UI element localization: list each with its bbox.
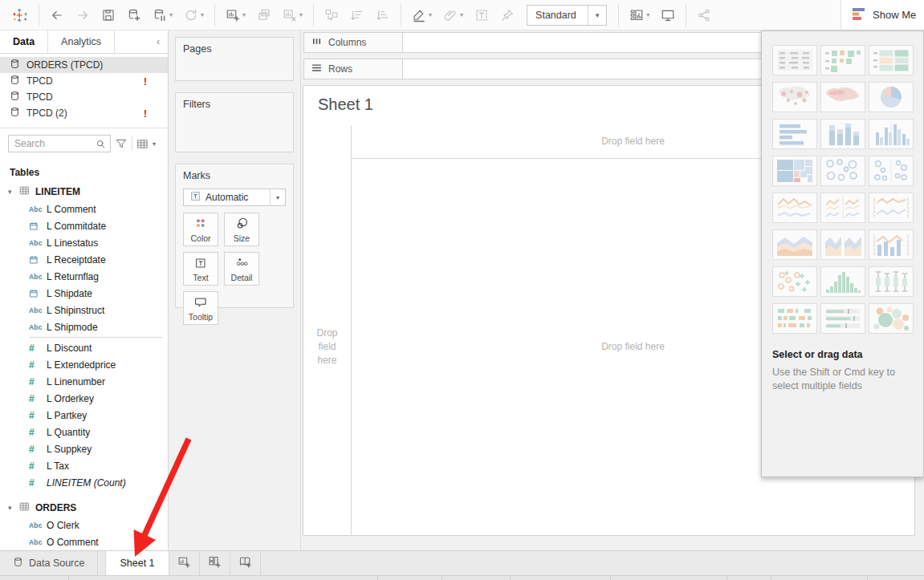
collapse-pane-button[interactable]: ‹	[149, 30, 168, 53]
discrete-lines-icon[interactable]	[820, 193, 865, 223]
size-button[interactable]: Size	[224, 213, 259, 246]
detail-icon	[234, 253, 249, 273]
datasource-item[interactable]: TPCD	[0, 89, 168, 105]
drop-zone-left[interactable]: Dropfieldhere	[303, 159, 352, 535]
treemap-icon[interactable]	[772, 156, 817, 186]
fix-axes-button[interactable]	[495, 3, 520, 27]
dual-combination-icon[interactable]	[869, 229, 914, 260]
pie-chart-icon[interactable]	[869, 82, 914, 112]
mark-button-label: Tooltip	[189, 312, 213, 322]
search-input[interactable]	[14, 138, 96, 149]
chevron-down-icon[interactable]: ▾	[153, 140, 156, 148]
show-hide-cards-button[interactable]: ▾	[624, 3, 655, 27]
table-header-lineitem[interactable]: ▾LINEITEM	[0, 183, 168, 201]
field-item[interactable]: #L Quantity	[0, 424, 168, 440]
sort-ascending-button[interactable]	[344, 3, 370, 27]
show-me-button[interactable]: Show Me	[841, 0, 924, 30]
discrete-area-icon[interactable]	[820, 229, 865, 260]
field-item[interactable]: L Shipdate	[0, 285, 168, 302]
field-item[interactable]: L Commitdate	[0, 217, 168, 234]
pages-shelf[interactable]: Pages	[175, 37, 294, 81]
detail-button[interactable]: Detail	[224, 252, 259, 286]
undo-button[interactable]	[44, 3, 70, 27]
new-worksheet-button[interactable]: ▾	[220, 3, 251, 27]
field-item[interactable]: #L Tax	[0, 457, 168, 474]
datasource-item[interactable]: TPCD (2)!	[0, 105, 168, 121]
field-item[interactable]: #L Extendedprice	[0, 356, 168, 373]
filters-shelf[interactable]: Filters	[175, 92, 294, 152]
table-header-orders[interactable]: ▾ORDERS	[0, 499, 168, 517]
pause-auto-updates-button[interactable]: ▾	[147, 3, 178, 27]
sort-descending-button[interactable]	[370, 3, 396, 27]
swap-rows-columns-button[interactable]	[319, 3, 344, 27]
mark-button-label: Size	[234, 233, 250, 243]
dual-lines-icon[interactable]	[869, 193, 914, 223]
field-item[interactable]: AbcO Comment	[0, 533, 168, 550]
view-fit-select[interactable]: Standard▾	[527, 5, 607, 26]
histogram-icon[interactable]	[820, 266, 865, 297]
run-auto-updates-button[interactable]: ▾	[178, 3, 210, 27]
chevron-down-icon: ▾	[429, 11, 432, 18]
field-item[interactable]: AbcL Shipmode	[0, 318, 168, 335]
highlight-button[interactable]: ▾	[406, 3, 438, 27]
text-field-icon: Abc	[29, 205, 47, 213]
stacked-bars-icon[interactable]	[820, 119, 865, 149]
packed-bubbles-icon[interactable]	[869, 303, 914, 334]
field-item[interactable]: #LINEITEM (Count)	[0, 474, 168, 491]
sheet-tab-data-source[interactable]: Data Source	[0, 551, 98, 575]
color-button[interactable]: Color	[183, 213, 218, 246]
tab-analytics[interactable]: Analytics	[48, 30, 115, 53]
datasource-item[interactable]: ORDERS (TPCD)	[0, 57, 168, 73]
add-data-source-button[interactable]	[121, 3, 147, 27]
field-item[interactable]: AbcO Clerk	[0, 517, 168, 533]
field-item[interactable]: AbcL Linestatus	[0, 234, 168, 251]
side-by-side-bars-icon[interactable]	[869, 119, 914, 149]
clear-sheet-button[interactable]: ▾	[277, 3, 308, 27]
filled-map-icon[interactable]	[820, 82, 865, 112]
field-item[interactable]: AbcL Returnflag	[0, 268, 168, 285]
side-by-side-circles-icon[interactable]	[869, 156, 914, 186]
field-item[interactable]: #L Discount	[0, 339, 168, 356]
box-and-whisker-icon[interactable]	[869, 266, 914, 297]
sheet-tab-sheet-1[interactable]: Sheet 1	[105, 551, 169, 575]
redo-button[interactable]	[70, 3, 96, 27]
share-button[interactable]	[691, 3, 717, 27]
tooltip-button[interactable]: Tooltip	[183, 291, 218, 325]
datasource-item[interactable]: TPCD!	[0, 73, 168, 89]
columns-label: Columns	[328, 37, 366, 48]
save-button[interactable]	[96, 3, 121, 27]
field-item[interactable]: #L Linenumber	[0, 373, 168, 390]
new-dashboard-tab-button[interactable]	[200, 551, 230, 575]
scatter-plots-icon[interactable]	[772, 266, 817, 297]
show-me-hint-title: Select or drag data	[772, 349, 915, 360]
field-item[interactable]: #L Orderkey	[0, 390, 168, 407]
status-divider	[771, 576, 771, 580]
new-worksheet-tab-button[interactable]	[169, 551, 200, 575]
text-button[interactable]: Text	[183, 252, 218, 286]
bullet-graphs-icon[interactable]	[820, 303, 865, 334]
duplicate-button[interactable]	[251, 3, 277, 27]
field-item[interactable]: #L Suppkey	[0, 440, 168, 457]
new-story-tab-button[interactable]	[230, 551, 261, 575]
symbol-map-icon[interactable]	[772, 82, 817, 112]
filter-fields-icon[interactable]	[115, 137, 128, 150]
continuous-lines-icon[interactable]	[772, 193, 817, 223]
presentation-mode-button[interactable]	[655, 3, 681, 27]
text-table-icon[interactable]	[772, 45, 817, 75]
field-item[interactable]: #L Partkey	[0, 407, 168, 424]
heat-map-icon[interactable]	[820, 45, 865, 75]
view-options-icon[interactable]	[136, 138, 149, 150]
show-mark-labels-button[interactable]	[469, 3, 495, 27]
group-members-button[interactable]: ▾	[438, 3, 469, 27]
field-item[interactable]: AbcL Shipinstruct	[0, 302, 168, 318]
tab-data[interactable]: Data	[0, 30, 48, 53]
field-item[interactable]: AbcL Comment	[0, 201, 168, 217]
horizontal-bars-icon[interactable]	[772, 119, 817, 149]
highlight-table-icon[interactable]	[869, 45, 914, 75]
number-field-icon: #	[29, 376, 47, 387]
mark-type-dropdown[interactable]: Automatic ▾	[183, 189, 286, 206]
circle-views-icon[interactable]	[820, 156, 865, 186]
continuous-area-icon[interactable]	[772, 229, 817, 260]
field-item[interactable]: L Receiptdate	[0, 251, 168, 268]
gantt-icon[interactable]	[772, 303, 817, 334]
